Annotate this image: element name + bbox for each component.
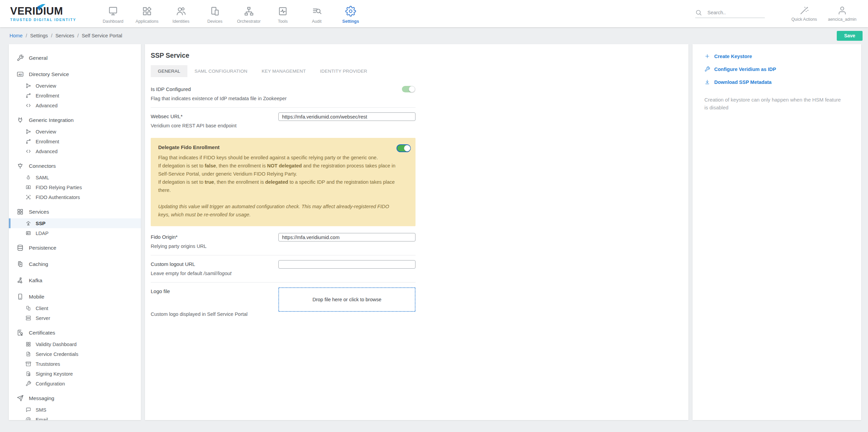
code-icon bbox=[25, 103, 31, 108]
is-idp-configured-toggle[interactable] bbox=[402, 86, 415, 92]
save-button[interactable]: Save bbox=[837, 31, 863, 41]
fido-auth-icon bbox=[25, 194, 31, 200]
sidebar-item-ldap[interactable]: LDAP bbox=[9, 228, 141, 238]
sidebar-item-label: Caching bbox=[29, 261, 48, 267]
sidebar-item-label: FIDO Authenticators bbox=[36, 195, 80, 200]
sidebar-item-sms[interactable]: SMS bbox=[9, 405, 141, 415]
user-menu[interactable]: aencica_admin bbox=[823, 6, 861, 22]
sidebar-item-label: Generic Integration bbox=[29, 117, 74, 123]
database-icon bbox=[17, 244, 24, 251]
fido-origin-input[interactable] bbox=[278, 233, 415, 241]
sidebar-item-mobile[interactable]: Mobile bbox=[9, 290, 141, 303]
logo-file-dropzone[interactable]: Drop file here or click to browse bbox=[278, 287, 415, 312]
sidebar-item-general[interactable]: General bbox=[9, 51, 141, 65]
tab-general[interactable]: GENERAL bbox=[151, 65, 187, 77]
sidebar-item-connectors[interactable]: Connectors bbox=[9, 159, 141, 173]
main-panel: SSP Service GENERALSAML CONFIGURATIONKEY… bbox=[145, 44, 688, 420]
magic-wand-icon bbox=[799, 6, 809, 15]
file-lock-icon bbox=[25, 371, 31, 377]
sidebar-item-services[interactable]: Services bbox=[9, 205, 141, 218]
sidebar-item-enrollment[interactable]: Enrollment bbox=[9, 91, 141, 101]
connector-icon bbox=[17, 162, 24, 169]
main-nav: DashboardApplicationsIdentitiesDevicesOr… bbox=[96, 4, 368, 24]
sidebar-item-fido-relying-parties[interactable]: FIDO Relying Parties bbox=[9, 182, 141, 192]
sidebar-item-ssp[interactable]: SSP bbox=[9, 218, 141, 228]
sidebar-item-overview[interactable]: Overview bbox=[9, 127, 141, 137]
sidebar-item-enrollment[interactable]: Enrollment bbox=[9, 137, 141, 146]
quick-actions-button[interactable]: Quick Actions bbox=[785, 6, 823, 22]
nav-devices[interactable]: Devices bbox=[198, 4, 232, 24]
form-row-logo-file: Logo fileDrop file here or click to brow… bbox=[151, 283, 415, 323]
form-row-fido-origin: Fido Origin*Relying party origins URL bbox=[151, 228, 415, 255]
sidebar-item-saml[interactable]: SAML bbox=[9, 173, 141, 182]
download-ssp-metadata-link[interactable]: Download SSP Metadata bbox=[704, 79, 851, 85]
sidebar-item-label: Signing Keystore bbox=[36, 371, 73, 377]
configure-veridium-as-idp-link[interactable]: Configure Veridium as IDP bbox=[704, 66, 851, 72]
sidebar-item-advanced[interactable]: Advanced bbox=[9, 146, 141, 156]
nav-settings[interactable]: Settings bbox=[334, 4, 368, 24]
breadcrumb-item-home[interactable]: Home bbox=[10, 33, 23, 38]
sidebar-item-persistence[interactable]: Persistence bbox=[9, 241, 141, 254]
sidebar-item-kafka[interactable]: Kafka bbox=[9, 274, 141, 287]
sidebar-item-client[interactable]: Client bbox=[9, 303, 141, 313]
sidebar-item-label: FIDO Relying Parties bbox=[36, 185, 82, 190]
veridium-logo: VERIDIUM TRUSTED DIGITAL IDENTITY bbox=[10, 6, 83, 22]
delegate-fido-enrollment-toggle[interactable] bbox=[397, 145, 410, 151]
tools-icon bbox=[277, 6, 288, 17]
custom-logout-url-input[interactable] bbox=[278, 260, 415, 269]
sidebar-item-server[interactable]: Server bbox=[9, 313, 141, 323]
sidebar-item-generic-integration[interactable]: Generic Integration bbox=[9, 113, 141, 127]
audit-icon bbox=[311, 6, 322, 17]
sidebar-item-label: Truststores bbox=[36, 361, 60, 367]
breadcrumb-item-settings[interactable]: Settings bbox=[30, 33, 48, 38]
nav-label: Settings bbox=[342, 19, 359, 24]
sidebar-item-label: Validity Dashboard bbox=[36, 342, 77, 347]
websec-url-input[interactable] bbox=[278, 112, 415, 121]
breadcrumb-separator: / bbox=[51, 33, 52, 38]
toggle-knob bbox=[409, 86, 415, 92]
sidebar-item-overview[interactable]: Overview bbox=[9, 81, 141, 91]
nav-orchestrator[interactable]: Orchestrator bbox=[232, 4, 266, 24]
tab-key-management[interactable]: KEY MANAGEMENT bbox=[255, 65, 313, 77]
sidebar-item-label: SAML bbox=[36, 175, 49, 180]
nav-identities[interactable]: Identities bbox=[164, 4, 198, 24]
sidebar-item-caching[interactable]: Caching bbox=[9, 257, 141, 271]
nav-audit[interactable]: Audit bbox=[300, 4, 334, 24]
certificate-icon bbox=[17, 329, 24, 336]
sms-icon bbox=[25, 407, 31, 413]
sidebar-item-service-credentials[interactable]: Service Credentials bbox=[9, 349, 141, 359]
field-description: Flag that indicates existence of IdP met… bbox=[151, 95, 297, 102]
sidebar-item-messaging[interactable]: Messaging bbox=[9, 392, 141, 405]
sidebar-item-label: Email bbox=[36, 417, 48, 420]
smartphone-icon bbox=[17, 293, 24, 300]
sidebar-item-configuration[interactable]: Configuration bbox=[9, 379, 141, 389]
settings-sidebar: GeneralADDirectory ServiceOverviewEnroll… bbox=[9, 44, 141, 420]
tab-saml-configuration[interactable]: SAML CONFIGURATION bbox=[187, 65, 255, 77]
breadcrumb: Home/Settings/Services/Self Service Port… bbox=[10, 33, 122, 38]
sidebar-item-email[interactable]: Email bbox=[9, 415, 141, 420]
tab-identity-provider[interactable]: IDENTITY PROVIDER bbox=[313, 65, 374, 77]
sidebar-item-certificates[interactable]: Certificates bbox=[9, 326, 141, 339]
download-icon bbox=[704, 79, 710, 85]
nav-applications[interactable]: Applications bbox=[130, 4, 164, 24]
sidebar-item-signing-keystore[interactable]: Signing Keystore bbox=[9, 369, 141, 379]
sidebar-item-label: Persistence bbox=[29, 245, 56, 251]
nav-tools[interactable]: Tools bbox=[266, 4, 300, 24]
nav-dashboard[interactable]: Dashboard bbox=[96, 4, 130, 24]
plug-icon bbox=[17, 116, 24, 124]
create-keystore-link[interactable]: Create Keystore bbox=[704, 53, 851, 59]
breadcrumb-item-services[interactable]: Services bbox=[55, 33, 74, 38]
sidebar-item-label: Service Credentials bbox=[36, 352, 78, 357]
sidebar-item-directory-service[interactable]: ADDirectory Service bbox=[9, 68, 141, 81]
search-input[interactable] bbox=[707, 10, 762, 15]
field-control bbox=[278, 112, 415, 121]
sidebar-item-validity-dashboard[interactable]: Validity Dashboard bbox=[9, 339, 141, 349]
sidebar-item-label: Enrollment bbox=[36, 139, 59, 144]
sidebar-item-fido-authenticators[interactable]: FIDO Authenticators bbox=[9, 192, 141, 202]
sidebar-item-truststores[interactable]: Truststores bbox=[9, 359, 141, 369]
logo-checkmark-icon bbox=[37, 4, 46, 12]
actions-links: Create KeystoreConfigure Veridium as IDP… bbox=[704, 53, 851, 85]
sidebar-item-advanced[interactable]: Advanced bbox=[9, 101, 141, 110]
settings-icon bbox=[345, 6, 356, 17]
field-description: If delegation is set to false, then the … bbox=[158, 162, 398, 178]
